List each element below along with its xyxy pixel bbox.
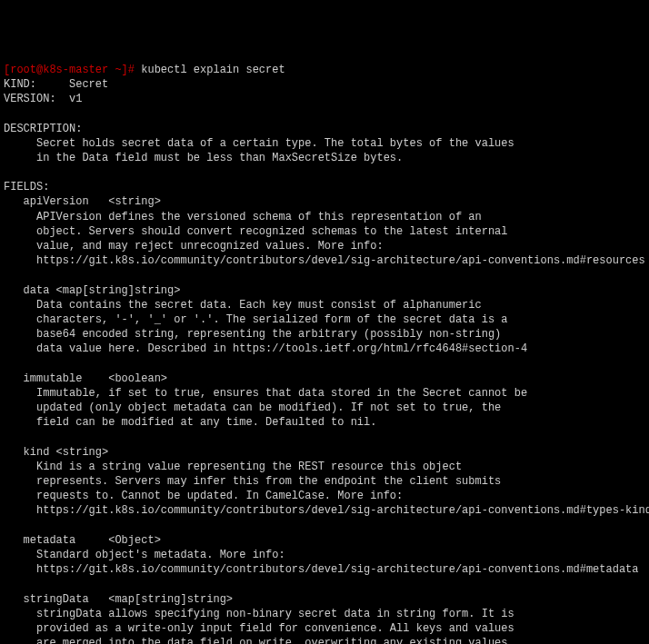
field-line: https://git.k8s.io/community/contributor… bbox=[4, 504, 649, 517]
description-line: in the Data field must be less than MaxS… bbox=[4, 152, 403, 164]
field-data-header: data <map[string]string> bbox=[4, 284, 180, 297]
field-kind-header: kind <string> bbox=[4, 446, 108, 459]
field-line: https://git.k8s.io/community/contributor… bbox=[4, 254, 645, 267]
field-line: stringData allows specifying non-binary … bbox=[4, 608, 514, 620]
field-line: APIVersion defines the versioned schema … bbox=[4, 211, 482, 223]
version-value: v1 bbox=[69, 93, 82, 105]
field-stringdata-header: stringData <map[string]string> bbox=[4, 593, 233, 606]
field-line: Data contains the secret data. Each key … bbox=[4, 299, 482, 312]
field-apiversion-header: apiVersion <string> bbox=[4, 195, 161, 208]
field-line: represents. Servers may infer this from … bbox=[4, 475, 501, 488]
fields-header: FIELDS: bbox=[4, 181, 49, 193]
field-line: are merged into the data field on write,… bbox=[4, 637, 514, 644]
field-line: object. Servers should convert recognize… bbox=[4, 225, 508, 238]
kind-value: Secret bbox=[69, 78, 108, 91]
field-line: field can be modified at any time. Defau… bbox=[4, 416, 376, 429]
field-line: value, and may reject unrecognized value… bbox=[4, 240, 384, 253]
kind-label: KIND: bbox=[4, 78, 69, 91]
field-line: provided as a write-only input field for… bbox=[4, 622, 514, 635]
prompt-user-host: [root@k8s-master ~]# bbox=[4, 64, 141, 76]
field-line: characters, '-', '_' or '.'. The seriali… bbox=[4, 313, 508, 326]
terminal-output[interactable]: [root@k8s-master ~]# kubectl explain sec… bbox=[4, 63, 645, 644]
version-label: VERSION: bbox=[4, 93, 69, 105]
field-line: Immutable, if set to true, ensures that … bbox=[4, 387, 527, 400]
field-line: Kind is a string value representing the … bbox=[4, 461, 462, 473]
field-line: data value here. Described in https://to… bbox=[4, 342, 527, 355]
field-line: Standard object's metadata. More info: bbox=[4, 549, 285, 561]
field-line: https://git.k8s.io/community/contributor… bbox=[4, 563, 639, 576]
field-immutable-header: immutable <boolean> bbox=[4, 372, 167, 385]
description-line: Secret holds secret data of a certain ty… bbox=[4, 137, 514, 150]
description-header: DESCRIPTION: bbox=[4, 123, 82, 135]
command-text: kubectl explain secret bbox=[141, 64, 285, 76]
field-line: base64 encoded string, representing the … bbox=[4, 328, 501, 341]
field-line: requests to. Cannot be updated. In Camel… bbox=[4, 490, 403, 502]
field-metadata-header: metadata <Object> bbox=[4, 534, 161, 547]
field-line: updated (only object metadata can be mod… bbox=[4, 401, 501, 414]
